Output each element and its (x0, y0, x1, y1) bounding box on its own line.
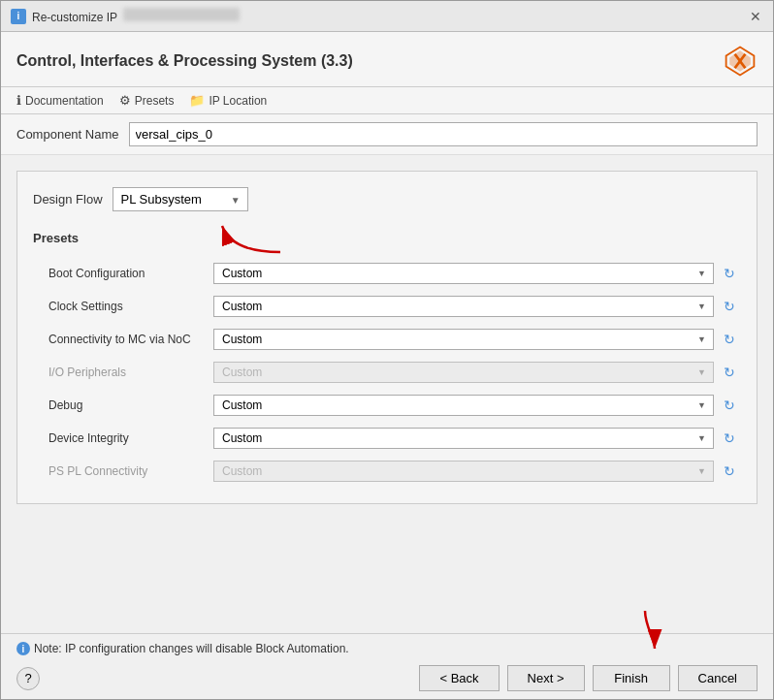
design-flow-select[interactable]: PL Subsystem PS Only Full System (113, 187, 248, 211)
preset-label-pspl: PS PL Connectivity (48, 464, 213, 478)
preset-label-integrity: Device Integrity (48, 431, 213, 445)
footer-buttons-right: < Back Next > Finish Cancel (419, 665, 758, 691)
preset-select-wrapper-connectivity: Custom (213, 329, 714, 350)
preset-select-wrapper-clock: Custom (213, 296, 714, 317)
design-flow-label: Design Flow (33, 192, 103, 207)
preset-select-pspl: Custom (213, 461, 714, 482)
preset-label-debug: Debug (48, 398, 213, 412)
preset-row-connectivity: Connectivity to MC via NoC Custom ↻ (33, 323, 741, 356)
preset-row-io: I/O Peripherals Custom ↻ (33, 356, 741, 389)
header-section: Control, Interfaces & Processing System … (1, 32, 773, 87)
cancel-button[interactable]: Cancel (678, 665, 758, 691)
next-button[interactable]: Next > (507, 665, 585, 691)
preset-select-wrapper-integrity: Custom (213, 428, 714, 449)
main-window: i Re-customize IP ✕ Control, Interfaces … (0, 0, 774, 700)
xilinx-logo (723, 44, 758, 79)
close-button[interactable]: ✕ (748, 9, 763, 24)
preset-select-connectivity[interactable]: Custom (213, 329, 714, 350)
gear-icon: ⚙ (119, 93, 131, 108)
design-flow-row: Design Flow PL Subsystem PS Only Full Sy… (33, 187, 741, 211)
footer-buttons: ? < Back Next > (16, 665, 758, 691)
back-button[interactable]: < Back (419, 665, 499, 691)
help-button[interactable]: ? (16, 667, 40, 690)
ip-location-label: IP Location (209, 94, 267, 108)
component-name-row: Component Name (1, 114, 773, 155)
preset-select-wrapper-debug: Custom (213, 395, 714, 416)
dialog-title: Control, Interfaces & Processing System … (16, 52, 353, 70)
presets-label: Presets (135, 94, 175, 108)
preset-select-wrapper-pspl: Custom (213, 461, 714, 482)
preset-refresh-clock[interactable]: ↻ (718, 295, 741, 318)
preset-row-boot: Boot Configuration Custom ↻ (33, 257, 741, 290)
preset-refresh-debug[interactable]: ↻ (718, 394, 741, 417)
folder-icon: 📁 (189, 93, 205, 108)
toolbar: ℹ Documentation ⚙ Presets 📁 IP Location (1, 87, 773, 114)
preset-refresh-pspl[interactable]: ↻ (718, 460, 741, 483)
preset-label-clock: Clock Settings (48, 300, 213, 313)
preset-select-wrapper-io: Custom (213, 362, 714, 383)
title-bar-left: i Re-customize IP (11, 8, 240, 24)
component-name-input[interactable] (129, 122, 758, 146)
preset-label-io: I/O Peripherals (48, 366, 213, 379)
preset-refresh-connectivity[interactable]: ↻ (718, 328, 741, 351)
info-icon: ℹ (16, 93, 21, 108)
preset-row-debug: Debug Custom ↻ (33, 389, 741, 422)
preset-select-debug[interactable]: Custom (213, 395, 714, 416)
preset-row-clock: Clock Settings Custom ↻ (33, 290, 741, 323)
footer-note: i Note: IP configuration changes will di… (16, 642, 758, 655)
presets-link[interactable]: ⚙ Presets (119, 93, 175, 108)
footer-note-text: Note: IP configuration changes will disa… (34, 642, 349, 655)
preset-select-integrity[interactable]: Custom (213, 428, 714, 449)
settings-card: Design Flow PL Subsystem PS Only Full Sy… (16, 171, 758, 504)
window-title: Re-customize IP (32, 8, 240, 24)
preset-select-wrapper-boot: Custom (213, 263, 714, 284)
footer-info-icon: i (16, 642, 30, 655)
preset-row-pspl: PS PL Connectivity Custom ↻ (33, 455, 741, 488)
preset-refresh-integrity[interactable]: ↻ (718, 427, 741, 450)
presets-section: Presets Boot Configuration Custom ↻ Cloc… (33, 231, 741, 488)
preset-select-io: Custom (213, 362, 714, 383)
blurred-title-text (123, 8, 240, 21)
component-name-label: Component Name (16, 127, 119, 142)
ip-location-link[interactable]: 📁 IP Location (189, 93, 267, 108)
design-flow-select-wrapper: PL Subsystem PS Only Full System (113, 187, 248, 211)
main-content: Design Flow PL Subsystem PS Only Full Sy… (1, 155, 773, 633)
documentation-label: Documentation (25, 94, 104, 108)
preset-refresh-boot[interactable]: ↻ (718, 262, 741, 285)
presets-title: Presets (33, 231, 741, 245)
title-bar: i Re-customize IP ✕ (1, 1, 773, 32)
window-icon: i (11, 9, 26, 24)
preset-row-integrity: Device Integrity Custom ↻ (33, 422, 741, 455)
preset-refresh-io[interactable]: ↻ (718, 361, 741, 384)
finish-button[interactable]: Finish (593, 665, 670, 691)
footer: i Note: IP configuration changes will di… (1, 633, 773, 699)
preset-select-boot[interactable]: Custom (213, 263, 714, 284)
preset-label-boot: Boot Configuration (48, 267, 213, 280)
preset-label-connectivity: Connectivity to MC via NoC (48, 333, 213, 346)
documentation-link[interactable]: ℹ Documentation (16, 93, 104, 108)
preset-select-clock[interactable]: Custom (213, 296, 714, 317)
title-bar-controls: ✕ (748, 9, 763, 24)
